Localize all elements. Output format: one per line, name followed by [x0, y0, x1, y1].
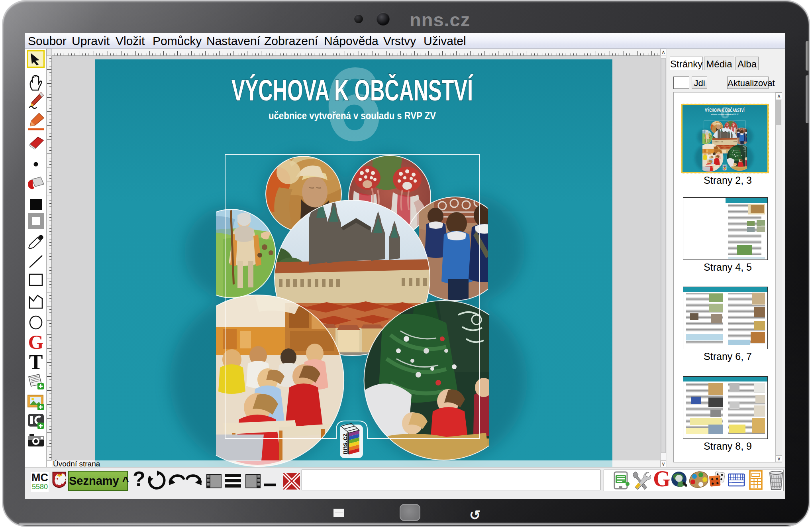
svg-text:nns.cz: nns.cz: [341, 433, 349, 454]
svg-text:VÝCHOVA K OBČANSTVÍ: VÝCHOVA K OBČANSTVÍ: [231, 74, 474, 107]
svg-text:učebnice vytvořená v souladu s: učebnice vytvořená v souladu s RVP ZV: [269, 110, 436, 122]
